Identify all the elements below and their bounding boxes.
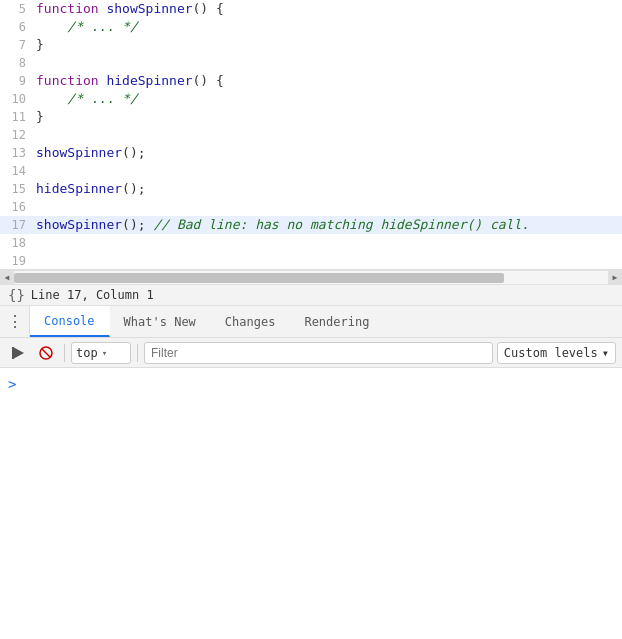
- code-line: 19: [0, 252, 622, 270]
- scrollbar-thumb[interactable]: [14, 273, 504, 283]
- status-braces-icon: {}: [8, 287, 25, 303]
- code-line: 6 /* ... */: [0, 18, 622, 36]
- line-content: }: [36, 36, 622, 54]
- line-number: 13: [0, 144, 36, 162]
- code-line: 18: [0, 234, 622, 252]
- code-line: 7}: [0, 36, 622, 54]
- filter-input[interactable]: [144, 342, 493, 364]
- console-prompt[interactable]: >: [8, 372, 614, 396]
- line-number: 9: [0, 72, 36, 90]
- line-content: }: [36, 108, 622, 126]
- line-number: 18: [0, 234, 36, 252]
- code-line: 12: [0, 126, 622, 144]
- line-content: /* ... */: [36, 18, 622, 36]
- prompt-arrow-icon: >: [8, 376, 16, 392]
- line-number: 16: [0, 198, 36, 216]
- svg-marker-0: [13, 347, 24, 359]
- line-number: 12: [0, 126, 36, 144]
- console-content: >: [0, 368, 622, 639]
- line-number: 15: [0, 180, 36, 198]
- code-line: 8: [0, 54, 622, 72]
- line-number: 6: [0, 18, 36, 36]
- context-dropdown-arrow: ▾: [102, 348, 107, 358]
- code-editor: 5function showSpinner() {6 /* ... */7}89…: [0, 0, 622, 270]
- tab-rendering[interactable]: Rendering: [290, 306, 384, 337]
- line-content: showSpinner();: [36, 144, 622, 162]
- tab-changes[interactable]: Changes: [211, 306, 291, 337]
- filter-separator: [64, 344, 65, 362]
- tab-what-s-new[interactable]: What's New: [110, 306, 211, 337]
- line-content: hideSpinner();: [36, 180, 622, 198]
- line-number: 5: [0, 0, 36, 18]
- line-number: 14: [0, 162, 36, 180]
- clear-console-button[interactable]: [34, 341, 58, 365]
- line-number: 7: [0, 36, 36, 54]
- tab-console[interactable]: Console: [30, 306, 110, 337]
- status-text: Line 17, Column 1: [31, 288, 154, 302]
- context-label: top: [76, 346, 98, 360]
- svg-rect-1: [12, 347, 14, 359]
- line-content: function hideSpinner() {: [36, 72, 622, 90]
- scroll-left-button[interactable]: ◀: [0, 271, 14, 285]
- code-line: 5function showSpinner() {: [0, 0, 622, 18]
- scroll-right-button[interactable]: ▶: [608, 271, 622, 285]
- code-line: 17showSpinner(); // Bad line: has no mat…: [0, 216, 622, 234]
- line-number: 10: [0, 90, 36, 108]
- status-bar: {} Line 17, Column 1: [0, 284, 622, 306]
- code-line: 14: [0, 162, 622, 180]
- main-container: 5function showSpinner() {6 /* ... */7}89…: [0, 0, 622, 639]
- code-line: 10 /* ... */: [0, 90, 622, 108]
- scrollbar-track[interactable]: [14, 271, 608, 285]
- code-line: 15hideSpinner();: [0, 180, 622, 198]
- menu-icon[interactable]: ⋮: [0, 306, 30, 337]
- custom-levels-button[interactable]: Custom levels ▾: [497, 342, 616, 364]
- code-line: 9function hideSpinner() {: [0, 72, 622, 90]
- devtools-toolbar: ⋮ ConsoleWhat's NewChangesRendering: [0, 306, 622, 338]
- line-content: /* ... */: [36, 90, 622, 108]
- line-content: function showSpinner() {: [36, 0, 622, 18]
- code-line: 13showSpinner();: [0, 144, 622, 162]
- custom-levels-arrow: ▾: [602, 346, 609, 360]
- code-line: 11}: [0, 108, 622, 126]
- filter-separator-2: [137, 344, 138, 362]
- horizontal-scrollbar[interactable]: ◀ ▶: [0, 270, 622, 284]
- code-lines: 5function showSpinner() {6 /* ... */7}89…: [0, 0, 622, 270]
- code-line: 16: [0, 198, 622, 216]
- custom-levels-label: Custom levels: [504, 346, 598, 360]
- execute-button[interactable]: [6, 341, 30, 365]
- line-number: 19: [0, 252, 36, 270]
- context-dropdown[interactable]: top ▾: [71, 342, 131, 364]
- line-number: 17: [0, 216, 36, 234]
- console-filter-bar: top ▾ Custom levels ▾: [0, 338, 622, 368]
- line-content: showSpinner(); // Bad line: has no match…: [36, 216, 622, 234]
- svg-line-3: [42, 349, 50, 357]
- line-number: 11: [0, 108, 36, 126]
- line-number: 8: [0, 54, 36, 72]
